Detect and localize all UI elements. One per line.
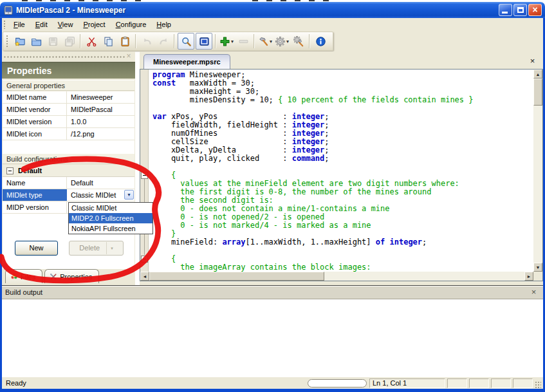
menu-grip[interactable] (3, 20, 6, 29)
menu-view[interactable]: View (53, 19, 79, 30)
fold-marker-icon[interactable] (141, 172, 148, 179)
maximize-button[interactable] (513, 4, 527, 16)
build-config-group[interactable]: Default (3, 165, 134, 177)
vertical-scroll-thumb[interactable] (533, 79, 542, 106)
scissors-icon (86, 36, 97, 47)
maximize-icon (517, 7, 524, 13)
property-row[interactable]: NameDefault (3, 177, 134, 189)
dock-close-icon[interactable]: × (125, 52, 133, 60)
new-project-button[interactable] (11, 33, 28, 50)
property-row[interactable]: MIDlet typeClassic MIDlet▼ (3, 189, 134, 201)
menu-file[interactable]: File (8, 19, 30, 30)
dock-tabs: FilesProperties (2, 269, 135, 285)
property-value: /12.png (67, 128, 134, 140)
code-view[interactable]: program Minesweeper;const maxWidth = 30;… (149, 70, 533, 272)
property-row[interactable]: MIDlet nameMinesweeper (3, 91, 134, 104)
build-and-run-button[interactable] (290, 33, 307, 50)
menu-configure[interactable]: Configure (111, 19, 152, 30)
copy-button[interactable] (100, 33, 116, 50)
status-panel (469, 378, 489, 388)
dropdown-option[interactable]: Classic MIDlet (69, 203, 152, 213)
scroll-right-icon[interactable]: ► (524, 272, 533, 281)
close-button[interactable]: × (528, 4, 542, 16)
gear-icon (275, 36, 286, 47)
scroll-left-icon[interactable]: ◄ (140, 272, 149, 281)
menu-project[interactable]: Project (78, 19, 110, 30)
property-label: MIDlet type (3, 189, 67, 201)
menu-bar: FileEditViewProjectConfigureHelp (2, 18, 543, 31)
midlet-type-dropdown-button[interactable]: ▼ (124, 190, 134, 200)
status-bar: Ready Ln 1, Col 1 (2, 377, 543, 389)
find-button[interactable] (178, 33, 194, 50)
editor-client: program Minesweeper;const maxWidth = 30;… (140, 69, 543, 281)
property-row[interactable]: MIDlet version1.0.0 (3, 116, 134, 128)
code-line: quit, play, clicked : command; (152, 154, 533, 163)
files-icon (10, 273, 18, 281)
add-button[interactable]: ▾ (218, 33, 235, 50)
dropdown-option[interactable]: MIDP2.0 Fullscreen (69, 213, 152, 223)
toolbar: ▾▾▾ (3, 32, 333, 51)
fold-marker-icon[interactable] (141, 256, 148, 263)
delete-button[interactable]: Delete ▾ (69, 241, 124, 256)
horizontal-scroll-thumb[interactable] (149, 272, 324, 281)
dropdown-option[interactable]: NokiaAPI Fullscreen (69, 223, 152, 234)
property-label: MIDP version (3, 201, 67, 213)
build-output-close-icon[interactable]: × (530, 288, 538, 296)
horizontal-scrollbar[interactable]: ◄ ► (140, 272, 533, 281)
dropdown-arrow-icon: ▾ (286, 39, 289, 44)
fullscreen-preview-button[interactable] (196, 33, 212, 50)
open-project-button[interactable] (28, 33, 44, 50)
run-button[interactable]: ▾ (273, 33, 290, 50)
build-output-content (2, 299, 543, 377)
property-label: MIDlet name (3, 91, 67, 103)
about-button[interactable] (312, 33, 329, 50)
toolbar-separator (80, 34, 81, 48)
dock-drag-handle[interactable] (3, 53, 125, 60)
hammer-icon (258, 36, 269, 47)
code-line (152, 163, 533, 171)
info-icon (315, 36, 326, 47)
editor-tab[interactable]: Minesweeper.mpsrc (143, 54, 230, 69)
property-row[interactable]: MIDlet icon/12.png (3, 128, 134, 140)
dock-tab-files[interactable]: Files (5, 269, 42, 283)
properties-dock: × Properties General properties MIDlet n… (2, 51, 135, 285)
status-panel (447, 378, 467, 388)
folder-open-icon (31, 36, 42, 47)
resize-grip[interactable] (535, 381, 541, 389)
minimize-button[interactable] (499, 4, 512, 16)
property-label: Name (3, 177, 67, 189)
editor-tab-close-icon[interactable]: × (528, 57, 537, 65)
menu-help[interactable]: Help (151, 19, 176, 30)
property-label: MIDlet version (3, 116, 67, 127)
code-line: minesDensity = 10; { 10 percent of the f… (152, 96, 533, 104)
paste-button[interactable] (116, 33, 133, 50)
code-line (152, 247, 533, 255)
toolbar-separator (135, 34, 136, 48)
title-bar: MIDletPascal 2 - Minesweeper × (0, 2, 545, 18)
app-icon (3, 5, 14, 15)
collapse-icon[interactable] (6, 167, 14, 174)
property-label: MIDlet icon (3, 128, 67, 140)
scroll-down-icon[interactable]: ▼ (533, 263, 542, 272)
dock-tab-label: Files (21, 273, 35, 281)
desktop-fragment (22, 0, 144, 1)
toolbar-grip[interactable] (6, 35, 8, 48)
property-value: 1.0.0 (67, 116, 134, 127)
screen: MIDletPascal 2 - Minesweeper × FileEditV… (0, 0, 545, 392)
new-button[interactable]: New (15, 241, 58, 256)
copy-icon (103, 36, 114, 47)
property-row[interactable]: MIDlet vendorMIDletPascal (3, 104, 134, 116)
dock-tab-properties[interactable]: Properties (44, 269, 99, 283)
build-button[interactable]: ▾ (257, 33, 273, 50)
delete-button-label: Delete (79, 241, 100, 255)
property-label: MIDlet vendor (3, 104, 67, 115)
menu-bar-items: FileEditViewProjectConfigureHelp (8, 19, 176, 30)
vertical-scrollbar[interactable]: ▲ ▼ (533, 70, 542, 272)
toolbar-separator (309, 34, 310, 48)
caret-position: Ln 1, Col 1 (369, 378, 445, 388)
save-button (44, 33, 61, 50)
menu-edit[interactable]: Edit (30, 19, 53, 30)
general-properties-table: MIDlet nameMinesweeperMIDlet vendorMIDle… (3, 91, 134, 153)
scroll-up-icon[interactable]: ▲ (533, 70, 542, 79)
cut-button[interactable] (83, 33, 100, 50)
